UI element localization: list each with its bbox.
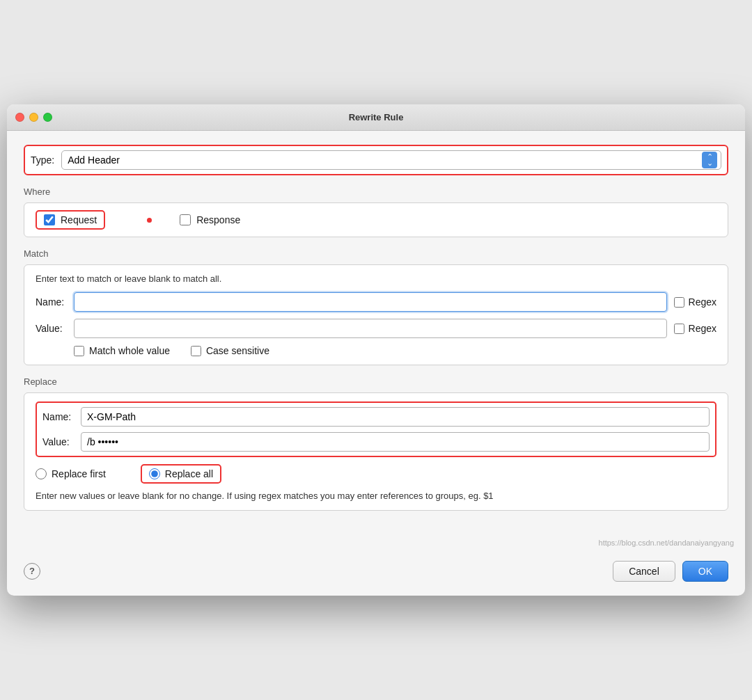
replace-name-label: Name: [42,411,81,422]
name-field-row: Name: Regex [36,292,716,312]
value-regex-checkbox[interactable] [674,324,684,334]
replace-value-field-row: Value: [42,432,710,452]
replace-fields-highlighted: Name: Value: [36,401,716,457]
value-regex-wrapper: Regex [674,323,716,334]
name-regex-wrapper: Regex [674,296,716,308]
radio-row: Replace first Replace all [36,464,716,484]
type-select[interactable]: Add Header [61,150,721,170]
footer-buttons: Cancel OK [613,561,728,582]
replace-label: Replace [24,376,728,387]
cancel-button[interactable]: Cancel [613,561,675,582]
match-whole-value-item: Match whole value [74,345,170,356]
response-label: Response [196,214,240,225]
maximize-button[interactable] [43,113,52,122]
name-regex-label: Regex [689,296,716,308]
traffic-lights [15,113,52,122]
response-checkbox-item: Response [180,214,240,225]
match-hint: Enter text to match or leave blank to ma… [36,273,716,284]
where-box: Request Response [24,202,728,237]
request-checkbox-item: Request [36,210,105,230]
where-checkbox-row: Request Response [36,210,716,230]
replace-all-radio[interactable] [149,468,160,479]
replace-box: Name: Value: Replace first [24,392,728,511]
replace-value-input[interactable] [81,432,710,452]
dot-indicator [147,218,152,223]
match-whole-value-checkbox[interactable] [74,346,84,356]
request-label: Request [61,214,97,225]
replace-first-item: Replace first [36,468,106,479]
replace-hint: Enter new values or leave blank for no c… [36,489,716,503]
options-row: Match whole value Case sensitive [36,345,716,356]
replace-value-label: Value: [42,436,81,447]
main-window: Rewrite Rule Type: Add Header Where Requ… [7,104,745,596]
where-section: Where Request Response [24,186,728,237]
minimize-button[interactable] [29,113,38,122]
name-input[interactable] [74,292,667,312]
replace-name-field-row: Name: [42,407,710,427]
help-button[interactable]: ? [24,563,40,580]
ok-button[interactable]: OK [682,561,728,582]
replace-all-label: Replace all [165,468,213,479]
match-label: Match [24,248,728,259]
value-input[interactable] [74,319,667,338]
replace-all-item: Replace all [141,464,221,484]
request-checkbox[interactable] [44,214,55,225]
footer: ? Cancel OK [7,552,745,596]
value-field-row: Value: Regex [36,319,716,338]
window-title: Rewrite Rule [349,112,404,122]
match-box: Enter text to match or leave blank to ma… [24,264,728,365]
case-sensitive-label: Case sensitive [206,345,269,356]
case-sensitive-checkbox[interactable] [191,346,201,356]
replace-section: Replace Name: Value: [24,376,728,511]
where-label: Where [24,186,728,197]
close-button[interactable] [15,113,24,122]
name-regex-checkbox[interactable] [674,297,684,308]
type-row: Type: Add Header [24,145,728,175]
type-label: Type: [31,154,54,166]
name-label: Name: [36,296,74,308]
watermark: https://blog.csdn.net/dandanaiyangyang [7,539,745,552]
value-label: Value: [36,323,74,334]
value-regex-label: Regex [689,323,716,334]
replace-name-input[interactable] [81,407,710,427]
titlebar: Rewrite Rule [7,104,745,131]
content-area: Type: Add Header Where Request [7,131,745,539]
response-checkbox[interactable] [180,214,191,225]
replace-first-radio[interactable] [36,468,47,479]
type-select-wrapper: Add Header [61,150,721,170]
replace-first-label: Replace first [52,468,106,479]
case-sensitive-item: Case sensitive [191,345,269,356]
match-section: Match Enter text to match or leave blank… [24,248,728,365]
match-whole-value-label: Match whole value [89,345,170,356]
